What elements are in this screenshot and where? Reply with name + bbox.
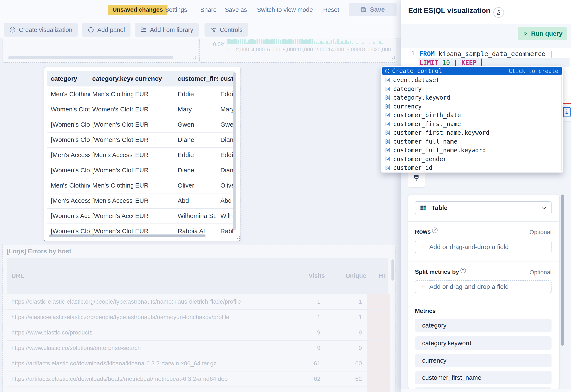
metric-field-pill[interactable]: category.keyword	[415, 336, 552, 350]
unsaved-changes-badge[interactable]: Unsaved changes	[108, 5, 168, 15]
histogram-bar	[316, 42, 317, 44]
controls-button[interactable]: Controls	[204, 23, 248, 37]
table-cell: [Women's Accessories]	[51, 208, 90, 224]
table-cell: EUR	[135, 178, 175, 193]
table-cell: Rabbia Al	[220, 224, 234, 239]
nav-link-save-as[interactable]: Save as	[225, 0, 247, 20]
histogram-bar	[358, 44, 360, 44]
suggest-field-customer_id[interactable]: customer_id	[382, 163, 562, 172]
split-add-field-dropzone[interactable]: + Add or drag-and-drop a field	[415, 280, 552, 293]
histogram-bar	[284, 39, 286, 44]
suggest-field-customer_birth_date[interactable]: customer_birth_date	[382, 111, 562, 119]
nav-link-switch-to-view-mode[interactable]: Switch to view mode	[257, 0, 313, 20]
x-tick-label: 6,000	[267, 46, 280, 53]
save-button[interactable]: Save	[349, 3, 397, 16]
table-cell: EUR	[135, 102, 175, 117]
panel-histogram[interactable]: 0.0% 02,0004,0006,0008,00010,00012,00014…	[200, 38, 397, 63]
histogram-bar	[252, 39, 254, 44]
nav-link-reset[interactable]: Reset	[323, 0, 339, 20]
resize-handle-icon[interactable]	[392, 58, 393, 59]
rows-label-text: Rows	[415, 228, 431, 235]
chart-type-label: Table	[431, 204, 537, 211]
column-header-currency[interactable]: currency	[135, 71, 175, 86]
table-cell: [Women's Clothing]	[51, 163, 90, 178]
table-row: Men's ClothingMen's ClothingEUREddieEddi…	[47, 86, 234, 102]
chart-type-switcher[interactable]: Table	[415, 201, 552, 214]
nav-link-settings[interactable]: Settings	[165, 0, 187, 20]
flyout-scrollbar[interactable]	[561, 195, 564, 346]
metric-field-pill[interactable]: currency	[415, 354, 552, 367]
plus-icon: +	[421, 283, 425, 290]
table-header-row: categorycategory.keywordcurrencycustomer…	[47, 71, 234, 86]
histogram-bar	[229, 39, 231, 44]
metric-field-pill[interactable]: category	[415, 319, 552, 332]
panel-logs-errors-by-host[interactable]: [Logs] Errors by host URL Visits Unique …	[2, 245, 396, 392]
histogram-bar	[254, 40, 256, 44]
table-row: [Women's Clothing][Women's Clothing]EURD…	[47, 132, 234, 148]
field-icon	[385, 165, 391, 171]
logs-url-cell: https://elastic-elastic-elastic.org/peop…	[11, 294, 265, 309]
column-header-category[interactable]: category	[51, 71, 90, 86]
column-header-customer_first_name[interactable]: customer_first_name	[178, 71, 218, 86]
suggest-field-customer_first_name[interactable]: customer_first_name	[382, 120, 562, 128]
suggest-field-currency[interactable]: currency	[382, 102, 562, 111]
suggest-field-customer_full_name[interactable]: customer_full_name	[382, 137, 562, 146]
resize-handle-icon[interactable]	[237, 238, 238, 239]
tech-preview-flask-icon[interactable]	[493, 7, 504, 18]
add-from-library-button[interactable]: Add from library	[135, 23, 199, 37]
suggest-field-label: category.keyword	[393, 94, 450, 101]
column-header-category.keyword[interactable]: category.keyword	[92, 71, 133, 86]
rows-add-field-dropzone[interactable]: + Add or drag-and-drop a field	[415, 241, 552, 253]
esql-docs-icon[interactable]: i	[563, 107, 571, 117]
histogram-bar	[343, 43, 345, 44]
run-query-button[interactable]: Run query	[518, 27, 567, 40]
logs-row: https://www.elastic.co/solutions/enterpr…	[7, 340, 388, 356]
field-icon	[385, 112, 391, 118]
histogram-bar	[292, 40, 294, 44]
field-icon	[385, 77, 391, 83]
panel-esql-table-selected[interactable]: categorycategory.keywordcurrencycustomer…	[44, 67, 241, 241]
suggest-create-control-item[interactable]: Create control Click to create	[382, 67, 562, 75]
table-cell: Mary	[178, 102, 218, 117]
vertical-scrollbar[interactable]	[233, 72, 236, 230]
suggest-field-label: customer_full_name.keyword	[393, 147, 486, 154]
metric-field-pill[interactable]: customer_first_name	[415, 371, 552, 384]
split-optional-tag: Optional	[529, 269, 552, 276]
logs-col-http: HTTP	[379, 258, 388, 294]
suggest-field-label: customer_id	[393, 164, 432, 171]
table-row: Women's ClothingWomen's ClothingEURMaryM…	[47, 102, 234, 117]
logs-url-cell: https://artifacts.elastic.co/downloads/k…	[11, 356, 265, 371]
nav-link-share[interactable]: Share	[200, 0, 216, 20]
suggest-field-customer_full_name.keyword[interactable]: customer_full_name.keyword	[382, 146, 562, 154]
logs-visits-cell: 61	[278, 356, 320, 371]
vertical-scrollbar[interactable]	[391, 259, 394, 280]
help-question-icon[interactable]: ?	[460, 268, 466, 273]
suggest-field-customer_gender[interactable]: customer_gender	[382, 155, 562, 163]
code-line-2: LIMIT 10 | KEEP	[419, 58, 482, 67]
click-to-create-hint: Click to create	[509, 68, 558, 74]
flyout-footer	[401, 389, 571, 392]
save-button-label: Save	[370, 6, 385, 13]
help-question-icon[interactable]: ?	[432, 227, 438, 233]
histogram-bar	[341, 41, 343, 44]
dropdown-scrollbar[interactable]	[561, 76, 562, 171]
suggest-field-category.keyword[interactable]: category.keyword	[382, 93, 562, 102]
suggest-field-category[interactable]: category	[382, 84, 562, 93]
histogram-bar	[238, 40, 239, 44]
suggest-field-customer_first_name.keyword[interactable]: customer_first_name.keyword	[382, 128, 562, 137]
table-cell: [Women's Clothing]	[51, 117, 90, 132]
table-cell: EUR	[135, 147, 175, 163]
horizontal-scrollbar[interactable]	[49, 235, 206, 237]
resize-handle-icon[interactable]	[193, 58, 194, 59]
panel-empty-table[interactable]	[2, 38, 198, 63]
suggest-field-event.dataset[interactable]: event.dataset	[382, 76, 562, 84]
histogram-bar	[265, 39, 267, 44]
add-panel-button[interactable]: Add panel	[82, 23, 130, 37]
histogram-bar	[375, 43, 377, 44]
brush-icon	[412, 174, 420, 182]
horizontal-scrollbar[interactable]	[8, 56, 173, 59]
create-visualization-button[interactable]: Create visualization	[4, 23, 78, 37]
field-icon	[385, 156, 391, 162]
x-tick-label: 2,000	[236, 46, 249, 53]
column-header-customer_first_name.keyword[interactable]: customer_first_name.keyword	[220, 71, 234, 86]
